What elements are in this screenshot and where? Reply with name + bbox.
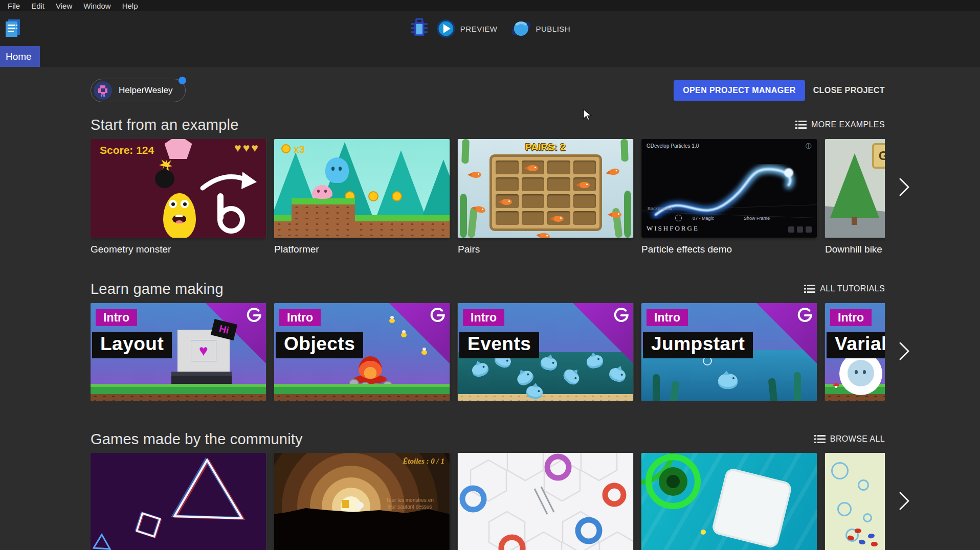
community-card-teal-arcade[interactable] — [641, 453, 817, 550]
debug-icon[interactable] — [410, 17, 429, 40]
scroll-right-button[interactable] — [898, 177, 911, 199]
score-text: Score: 124 — [100, 144, 154, 156]
example-card-platformer[interactable]: x3 — [274, 139, 450, 238]
gdevelop-logo-icon — [246, 307, 262, 324]
monster-sprite — [163, 193, 196, 238]
list-icon — [804, 284, 815, 294]
pairs-score-text: PAIRS: 2 — [458, 142, 633, 153]
example-card-geometry-monster[interactable]: Score: 124 ♥♥♥ — [91, 139, 266, 238]
coin-icon — [281, 144, 291, 153]
examples-carousel: Score: 124 ♥♥♥ — [91, 139, 885, 255]
tutorial-card-variables[interactable]: +1 Intro Variables — [825, 303, 885, 401]
show-frame-label: Show Frame — [744, 216, 770, 221]
bubble — [831, 462, 849, 479]
community-card-hex-rings[interactable] — [458, 453, 633, 550]
hex-grid — [458, 453, 633, 550]
section-title-examples: Start from an example — [91, 116, 239, 134]
scroll-right-button[interactable] — [898, 341, 911, 363]
home-page: HelperWesley OPEN PROJECT MANAGER CLOSE … — [0, 79, 980, 550]
gdevelop-logo-icon — [796, 307, 813, 324]
open-project-manager-button[interactable]: OPEN PROJECT MANAGER — [674, 80, 805, 101]
tutorial-card-layout[interactable]: ♥ Hi Intro Layout — [91, 303, 266, 401]
community-card-neon-shapes[interactable] — [91, 453, 266, 550]
community-carousel: Tuer les monstres enleur sautant dessus … — [91, 453, 885, 550]
ghost-sprite — [325, 157, 349, 183]
hand-swipe-icon — [199, 169, 261, 234]
moon-ball — [357, 502, 364, 509]
card-label: Platformer — [274, 244, 450, 255]
scroll-right-button[interactable] — [898, 491, 911, 513]
preview-button[interactable]: PREVIEW — [436, 19, 498, 38]
section-title-community: Games made by the community — [91, 430, 303, 448]
browse-all-link[interactable]: BROWSE ALL — [814, 434, 885, 444]
stars-score-text: Étoiles : 0 / 1 — [403, 457, 444, 466]
card-label: Downhill bike racing — [825, 244, 885, 255]
fish-sprite — [471, 172, 481, 178]
example-card-pairs[interactable]: PAIRS: 2 — [458, 139, 633, 238]
bomb-sprite — [155, 170, 174, 188]
all-tutorials-link[interactable]: ALL TUTORIALS — [804, 284, 885, 294]
gdevelop-logo-icon — [429, 307, 446, 324]
neon-square — [133, 510, 164, 541]
tutorial-card-objects[interactable]: Intro Objects — [274, 303, 450, 401]
selector-circle — [675, 215, 682, 221]
more-examples-link[interactable]: MORE EXAMPLES — [795, 120, 885, 130]
bubble-character — [839, 352, 882, 395]
community-card-bubble-fish[interactable] — [825, 453, 885, 550]
menu-edit[interactable]: Edit — [26, 2, 50, 10]
flame-sprite — [359, 356, 382, 379]
sand — [458, 394, 633, 401]
main-toolbar: PREVIEW PUBLISH — [0, 11, 980, 46]
social-icons — [788, 226, 812, 233]
card-label: Geometry monster — [91, 244, 266, 255]
seaweed — [460, 194, 467, 238]
platform — [292, 198, 355, 238]
seaweed — [653, 374, 660, 401]
publish-label: PUBLISH — [536, 25, 570, 33]
studio-logo-text: WISHFORGE — [647, 224, 699, 233]
pentagon-shape — [165, 139, 192, 159]
background-label: Background — [648, 206, 672, 211]
neon-small-triangle — [93, 533, 113, 550]
menu-window[interactable]: Window — [78, 2, 116, 10]
hearts-icons: ♥♥♥ — [234, 141, 260, 155]
publish-button[interactable]: PUBLISH — [510, 19, 570, 38]
demo-title-text: GDevelop Particles 1.0 — [647, 143, 699, 149]
tab-home[interactable]: Home — [0, 46, 40, 67]
gdevelop-logo-icon — [613, 307, 629, 324]
sign: G — [872, 143, 885, 169]
notification-dot — [179, 77, 186, 84]
fish-sprite — [855, 529, 861, 533]
tutorial-card-events[interactable]: Intro Events — [458, 303, 633, 401]
menu-view[interactable]: View — [50, 2, 78, 10]
menu-bar: File Edit View Window Help — [0, 0, 980, 11]
close-project-button[interactable]: CLOSE PROJECT — [813, 86, 885, 95]
fish-sprite — [718, 374, 738, 389]
hint-text: Tuer les monstres enleur sautant dessus — [376, 497, 443, 510]
user-profile-chip[interactable]: HelperWesley — [91, 79, 186, 102]
tutorial-title: Layout — [92, 332, 172, 358]
pairs-board — [489, 154, 602, 231]
menu-help[interactable]: Help — [117, 2, 144, 10]
section-title-tutorials: Learn game making — [91, 280, 224, 298]
coin-counter: x3 — [294, 144, 305, 155]
preview-label: PREVIEW — [460, 25, 498, 33]
bee-sprite — [401, 333, 407, 337]
menu-file[interactable]: File — [2, 2, 26, 10]
avatar — [94, 81, 112, 100]
example-card-downhill-bike[interactable]: G — [825, 139, 885, 238]
tutorial-card-jumpstart[interactable]: Intro Jumpstart — [641, 303, 817, 401]
community-card-sunset[interactable]: Tuer les monstres enleur sautant dessus … — [274, 453, 450, 550]
card-label: Particle effects demo — [641, 244, 817, 255]
project-manager-icon[interactable] — [4, 18, 21, 40]
tab-bar: Home — [0, 46, 980, 67]
tutorials-carousel: ♥ Hi Intro Layout — [91, 303, 885, 401]
username: HelperWesley — [119, 85, 173, 96]
play-circle-icon — [436, 19, 456, 38]
intro-badge: Intro — [96, 309, 137, 326]
example-card-particle-effects[interactable]: GDevelop Particles 1.0 ⓘ Background 07 -… — [641, 139, 817, 238]
neon-triangle — [167, 456, 249, 533]
tree — [374, 150, 428, 222]
list-icon — [814, 434, 826, 444]
card-label: Pairs — [458, 244, 633, 255]
